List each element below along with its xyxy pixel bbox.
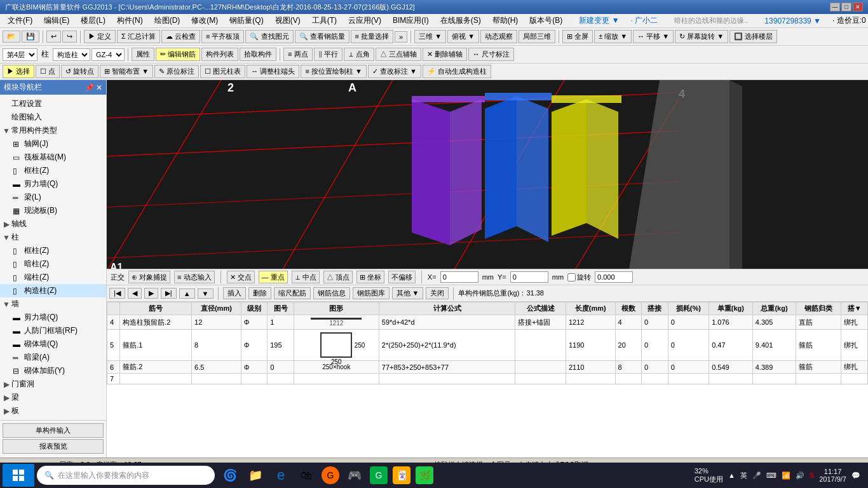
tray-mic[interactable]: 🎤	[752, 471, 761, 480]
sidebar-item-shear-wall[interactable]: ▬ 剪力墙(Q)	[0, 177, 106, 191]
btn-properties[interactable]: 属性	[132, 48, 154, 61]
btn-save[interactable]: 💾	[22, 30, 39, 43]
sidebar-section-column[interactable]: ▼ 柱	[0, 231, 106, 244]
tray-s-app[interactable]: S	[810, 471, 814, 479]
tray-network[interactable]: 📶	[782, 471, 790, 480]
taskbar-app5-icon[interactable]: 🌿	[416, 466, 433, 484]
tray-volume[interactable]: 🔊	[796, 471, 804, 480]
btn-rebar-lib[interactable]: 钢筋图库	[353, 287, 390, 299]
menu-view[interactable]: 视图(V)	[270, 14, 306, 27]
btn-other[interactable]: 其他 ▼	[392, 287, 424, 299]
taskbar-cortana-icon[interactable]: 🌀	[220, 465, 240, 485]
btn-down[interactable]: ▼	[198, 288, 214, 299]
menu-element[interactable]: 构件(N)	[112, 14, 148, 27]
sidebar-item-dark-col[interactable]: ▯ 暗柱(Z)	[0, 257, 106, 271]
taskbar-store-icon[interactable]: 🛍	[296, 465, 316, 485]
sidebar-item-frame-col2[interactable]: ▯ 框柱(Z)	[0, 244, 106, 257]
menu-online[interactable]: 在线服务(S)	[435, 14, 486, 27]
sidebar-item-dark-beam[interactable]: ═ 暗梁(A)	[0, 351, 106, 364]
taskbar-app4-icon[interactable]: 🃏	[393, 466, 410, 484]
menu-notice[interactable]: 暗柱的边线和箍的边缘..	[669, 15, 753, 27]
sidebar-item-masonry-wall[interactable]: ▬ 砌体墙(Q)	[0, 337, 106, 351]
btn-check-label[interactable]: ✓ 查改标注 ▼	[368, 65, 421, 78]
btn-undo[interactable]: ↩	[46, 30, 61, 43]
floor-select[interactable]: 第4层	[3, 48, 37, 61]
menu-new-change[interactable]: 新建变更 ▼	[574, 14, 624, 27]
btn-close-table[interactable]: 关闭	[426, 287, 449, 299]
tray-notification[interactable]: 💬	[851, 471, 860, 480]
btn-single-element-input[interactable]: 单构件输入	[3, 423, 104, 438]
btn-batch-select[interactable]: ≡ 批量选择	[351, 30, 393, 43]
taskbar-app1-icon[interactable]: G	[322, 466, 339, 484]
btn-first-row[interactable]: |◀	[109, 288, 125, 299]
btn-more[interactable]: »	[395, 31, 407, 43]
btn-pan[interactable]: ↔ 平移 ▼	[633, 30, 674, 43]
sidebar-item-end-col[interactable]: ▯ 端柱(Z)	[0, 271, 106, 284]
menu-bim[interactable]: BIM应用(I)	[388, 14, 434, 27]
tray-keyboard[interactable]: ⌨	[766, 471, 776, 480]
btn-adjust-col-end[interactable]: ↔ 调整柱端头	[247, 65, 299, 78]
table-row[interactable]: 5 箍筋.1 8 Φ 195 250 250 2*(250+250)+2*(11…	[107, 330, 868, 361]
btn-three-point[interactable]: △ 三点辅轴	[376, 48, 421, 61]
sidebar-item-shear-wall2[interactable]: ▬ 剪力墙(Q)	[0, 311, 106, 324]
menu-guangxiao[interactable]: · 广小二	[626, 14, 663, 27]
taskbar-explorer-icon[interactable]: 📁	[245, 465, 266, 485]
sidebar-item-beam[interactable]: ═ 梁(L)	[0, 191, 106, 204]
sidebar-item-slab[interactable]: ▦ 现浇板(B)	[0, 204, 106, 217]
maximize-button[interactable]: □	[841, 3, 851, 11]
menu-cloud[interactable]: 云应用(V)	[343, 14, 386, 27]
element-name-select[interactable]: GZ-4	[92, 48, 125, 61]
btn-3d[interactable]: 三维 ▼	[414, 30, 446, 43]
btn-snap-midpt[interactable]: — 重点	[259, 271, 288, 283]
btn-find-elem[interactable]: 🔍 查找图元	[245, 30, 293, 43]
sidebar-pin[interactable]: 📌 ✕	[85, 83, 102, 92]
btn-point-angle[interactable]: ⊥ 点角	[344, 48, 374, 61]
sidebar-item-frame-col[interactable]: ▯ 框柱(Z)	[0, 164, 106, 177]
btn-top-view[interactable]: 俯视 ▼	[447, 30, 479, 43]
btn-local-3d[interactable]: 局部三维	[519, 30, 555, 43]
btn-edit-rebar[interactable]: ✏ 编辑钢筋	[156, 48, 200, 61]
sub-type-select[interactable]: 构造柱	[53, 48, 90, 61]
btn-prev-row[interactable]: ◀	[128, 288, 142, 299]
btn-dynamic-view[interactable]: 动态观察	[480, 30, 517, 43]
sidebar-item-masonry-rebar[interactable]: ⊟ 砌体加筋(Y)	[0, 364, 106, 377]
btn-smart-place[interactable]: ⊞ 智能布置 ▼	[100, 65, 153, 78]
menu-rebar-qty[interactable]: 钢筋量(Q)	[224, 14, 268, 27]
btn-inplace-label[interactable]: ✎ 原位标注	[154, 65, 199, 78]
btn-scale-rebar[interactable]: 缩尺配筋	[274, 287, 311, 299]
btn-rotate-point[interactable]: ↺ 旋转点	[61, 65, 98, 78]
menu-phone[interactable]: 13907298339 ▼	[759, 15, 826, 27]
btn-rotate[interactable]: ↻ 屏幕旋转 ▼	[675, 30, 728, 43]
btn-no-offset[interactable]: 不偏移	[388, 271, 416, 283]
menu-draw[interactable]: 绘图(D)	[149, 14, 186, 27]
y-input[interactable]: 0	[510, 271, 548, 283]
minimize-button[interactable]: —	[830, 3, 840, 11]
table-row[interactable]: 4 构造柱预留筋.2 12 Φ 1 1212 59*d+42*d 搭接+锚固 1…	[107, 315, 868, 330]
btn-snap-coord[interactable]: ⊞ 坐标	[356, 271, 384, 283]
start-button[interactable]	[3, 464, 34, 487]
btn-dim[interactable]: ↔ 尺寸标注	[468, 48, 514, 61]
btn-delete-row[interactable]: 删除	[248, 287, 271, 299]
btn-snap-obj[interactable]: ⊕ 对象捕捉	[128, 271, 170, 283]
btn-rebar-info[interactable]: 钢筋信息	[313, 287, 350, 299]
btn-select[interactable]: ▶ 选择	[3, 65, 34, 78]
menu-help[interactable]: 帮助(H)	[487, 14, 524, 27]
btn-open[interactable]: 📂	[3, 30, 20, 43]
sidebar-section-wall[interactable]: ▼ 墙	[0, 297, 106, 311]
rotate-input[interactable]	[595, 271, 633, 283]
rebar-table[interactable]: 筋号 直径(mm) 级别 图号 图形 计算公式 公式描述 长度(mm) 根数 搭…	[107, 302, 868, 458]
tray-up-arrow[interactable]: ▲	[728, 471, 735, 479]
sidebar-section-beam[interactable]: ▶ 梁	[0, 391, 106, 404]
rotate-checkbox[interactable]	[567, 273, 576, 281]
btn-total-calc[interactable]: Σ 汇总计算	[117, 30, 160, 43]
viewport-3d[interactable]: 2 A 4 A1	[107, 80, 868, 269]
btn-cloud-check[interactable]: ☁ 云检查	[161, 30, 200, 43]
sidebar-section-axis[interactable]: ▶ 轴线	[0, 217, 106, 231]
menu-edit[interactable]: 编辑(E)	[39, 14, 74, 27]
menu-tools[interactable]: 工具(T)	[307, 14, 342, 27]
rotate-check[interactable]: 旋转	[567, 273, 591, 282]
sidebar-item-construct-col[interactable]: ▯ 构造柱(Z)	[0, 284, 106, 297]
taskbar-app2-icon[interactable]: 🎮	[344, 465, 365, 485]
btn-insert-row[interactable]: 插入	[223, 287, 246, 299]
btn-two-point[interactable]: ≡ 两点	[283, 48, 312, 61]
